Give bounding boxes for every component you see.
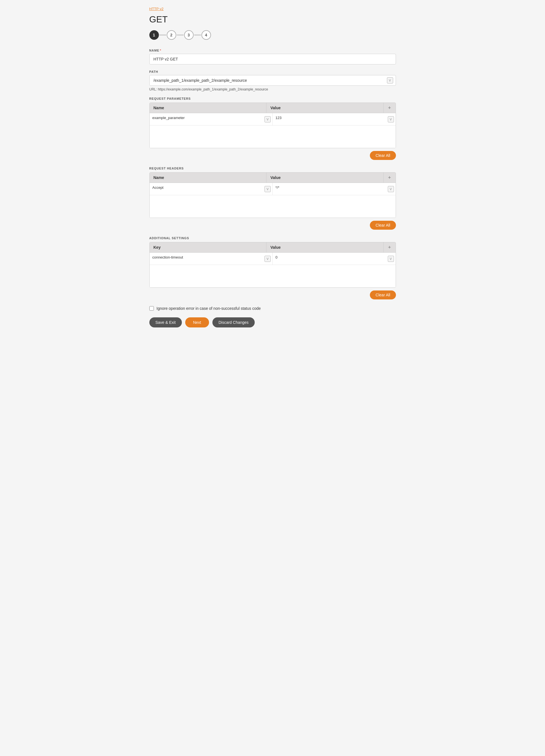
request-headers-label: REQUEST HEADERS xyxy=(149,167,396,170)
next-button[interactable]: Next xyxy=(185,317,209,327)
as-row-0-key-v-icon[interactable]: V xyxy=(264,256,271,262)
as-col-key: Key xyxy=(150,242,266,252)
rh-row-0-value-cell: V xyxy=(272,183,396,195)
request-headers-header: Name Value + xyxy=(150,173,396,183)
rp-plus-icon: + xyxy=(388,105,391,110)
additional-settings-section: ADDITIONAL SETTINGS Key Value + V V xyxy=(149,236,396,299)
as-row-0-value-cell: V xyxy=(272,253,396,265)
name-label: NAME* xyxy=(149,49,396,52)
rh-col-name: Name xyxy=(150,173,266,183)
rh-clear-all-row: Clear All xyxy=(149,221,396,230)
as-row-0-value-v-icon[interactable]: V xyxy=(388,256,394,262)
rp-row-0-value-v-icon[interactable]: V xyxy=(388,116,394,122)
rh-row-0: V V xyxy=(150,183,396,195)
additional-settings-table: Key Value + V V xyxy=(149,242,396,288)
request-headers-table: Name Value + V V xyxy=(149,172,396,218)
rp-empty-rows xyxy=(150,125,396,148)
rh-plus-icon: + xyxy=(388,175,391,180)
footer-buttons: Save & Exit Next Discard Changes xyxy=(149,317,396,327)
step-connector-1 xyxy=(159,35,166,35)
as-row-0: V V xyxy=(150,253,396,265)
request-parameters-header: Name Value + xyxy=(150,103,396,113)
rp-clear-all-row: Clear All xyxy=(149,151,396,160)
step-1[interactable]: 1 xyxy=(149,30,159,40)
required-asterisk: * xyxy=(160,49,161,52)
path-label: PATH xyxy=(149,70,396,73)
step-3[interactable]: 3 xyxy=(184,30,194,40)
step-connector-3 xyxy=(194,35,201,35)
rp-add-btn[interactable]: + xyxy=(383,103,396,113)
step-4[interactable]: 4 xyxy=(201,30,211,40)
as-plus-icon: + xyxy=(388,245,391,250)
as-row-0-key-input[interactable] xyxy=(152,255,270,259)
as-row-0-key-cell: V xyxy=(150,253,272,265)
rp-clear-all-button[interactable]: Clear All xyxy=(370,151,396,160)
ignore-error-row: Ignore operation error in case of non-su… xyxy=(149,306,396,311)
step-connector-2 xyxy=(177,35,183,35)
url-hint: URL: https://example.com/example_path_1/… xyxy=(149,87,396,91)
rh-col-value: Value xyxy=(266,173,383,183)
path-input-wrapper: V xyxy=(149,75,396,86)
save-exit-button[interactable]: Save & Exit xyxy=(149,317,182,327)
page-title: GET xyxy=(149,14,396,25)
name-field-group: NAME* xyxy=(149,49,396,64)
as-row-0-value-input[interactable] xyxy=(276,255,393,259)
as-header: Key Value + xyxy=(150,242,396,253)
rh-row-0-name-input[interactable] xyxy=(152,185,270,190)
rp-row-0-name-v-icon[interactable]: V xyxy=(264,116,271,122)
discard-changes-button[interactable]: Discard Changes xyxy=(212,317,255,327)
page-container: HTTP v2 GET 1 2 3 4 NAME* PATH V URL: ht… xyxy=(138,0,407,756)
as-clear-all-button[interactable]: Clear All xyxy=(370,290,396,299)
rh-add-btn[interactable]: + xyxy=(383,173,396,183)
ignore-error-label: Ignore operation error in case of non-su… xyxy=(157,306,261,311)
stepper: 1 2 3 4 xyxy=(149,30,396,40)
rh-clear-all-button[interactable]: Clear All xyxy=(370,221,396,230)
rh-row-0-name-cell: V xyxy=(150,183,272,195)
breadcrumb[interactable]: HTTP v2 xyxy=(149,7,396,11)
as-empty-rows xyxy=(150,265,396,287)
rp-col-value: Value xyxy=(266,103,383,113)
ignore-error-checkbox[interactable] xyxy=(149,306,154,311)
rp-row-0-name-input[interactable] xyxy=(152,116,270,120)
rh-row-0-name-v-icon[interactable]: V xyxy=(264,186,271,192)
rp-row-0-value-input[interactable] xyxy=(276,116,393,120)
rp-row-0-value-cell: V xyxy=(272,113,396,125)
step-2[interactable]: 2 xyxy=(167,30,176,40)
as-col-value: Value xyxy=(266,242,383,252)
request-headers-section: REQUEST HEADERS Name Value + V V xyxy=(149,167,396,230)
request-parameters-table: Name Value + V V xyxy=(149,103,396,148)
rh-row-0-value-v-icon[interactable]: V xyxy=(388,186,394,192)
path-input[interactable] xyxy=(149,75,396,86)
as-add-btn[interactable]: + xyxy=(383,242,396,252)
rp-row-0: V V xyxy=(150,113,396,125)
request-parameters-section: REQUEST PARAMETERS Name Value + V V xyxy=(149,97,396,160)
rp-col-name: Name xyxy=(150,103,266,113)
request-parameters-label: REQUEST PARAMETERS xyxy=(149,97,396,100)
name-input[interactable] xyxy=(149,54,396,64)
rp-row-0-name-cell: V xyxy=(150,113,272,125)
additional-settings-label: ADDITIONAL SETTINGS xyxy=(149,236,396,240)
path-v-icon[interactable]: V xyxy=(387,77,393,83)
rh-row-0-value-input[interactable] xyxy=(276,185,393,190)
rh-empty-rows xyxy=(150,195,396,218)
path-field-group: PATH V URL: https://example.com/example_… xyxy=(149,70,396,91)
as-clear-all-row: Clear All xyxy=(149,290,396,299)
